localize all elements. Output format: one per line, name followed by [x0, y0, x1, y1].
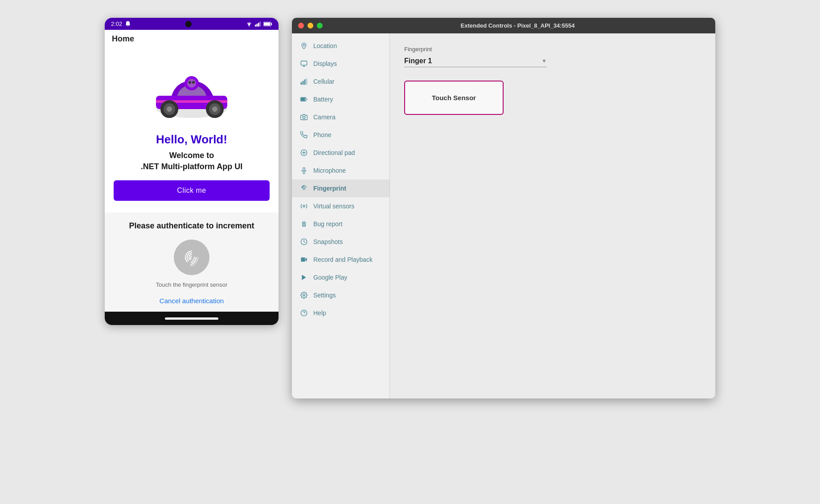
chevron-down-icon: ▼ [541, 58, 547, 64]
svg-rect-25 [303, 81, 304, 85]
sidebar-item-label: Microphone [313, 167, 346, 174]
ext-titlebar: Extended Controls - Pixel_8_API_34:5554 [292, 18, 715, 33]
hello-world-text: Hello, World! [156, 133, 227, 146]
sidebar-item-google-play[interactable]: Google Play [292, 268, 390, 286]
camera-dot [185, 21, 192, 27]
phone-emulator: 2:02 Home [105, 18, 279, 325]
extended-controls-window: Extended Controls - Pixel_8_API_34:5554 … [292, 18, 715, 398]
svg-rect-26 [304, 79, 306, 85]
bug-report-icon [300, 220, 308, 228]
svg-point-22 [303, 44, 304, 45]
svg-point-20 [189, 81, 191, 84]
sidebar-item-label: Fingerprint [313, 185, 346, 192]
sidebar-item-fingerprint[interactable]: Fingerprint [292, 179, 390, 197]
nav-pill [165, 317, 218, 320]
auth-title: Please authenticate to increment [129, 221, 254, 231]
svg-rect-27 [306, 78, 308, 85]
sidebar-item-label: Record and Playback [313, 256, 373, 263]
sidebar-item-location[interactable]: Location [292, 37, 390, 55]
welcome-text: Welcome to .NET Multi-platform App UI [141, 150, 242, 172]
sidebar-item-battery[interactable]: Battery [292, 90, 390, 108]
sidebar-item-label: Settings [313, 292, 336, 299]
fingerprint-field-label: Fingerprint [404, 46, 701, 53]
svg-rect-23 [301, 61, 307, 65]
sidebar-item-microphone[interactable]: Microphone [292, 162, 390, 179]
svg-rect-32 [303, 167, 305, 171]
record-playback-icon [300, 256, 308, 264]
svg-rect-5 [260, 21, 261, 26]
google-play-icon [300, 273, 308, 281]
svg-rect-36 [301, 257, 305, 261]
battery-icon [300, 95, 308, 103]
sidebar-item-label: Virtual sensors [313, 203, 354, 210]
fingerprint-circle [174, 240, 209, 275]
finger-dropdown[interactable]: Finger 1 ▼ [404, 55, 547, 67]
battery-icon [263, 21, 272, 27]
finger-value: Finger 1 [404, 57, 432, 65]
sidebar-item-label: Phone [313, 131, 331, 138]
sidebar-item-snapshots[interactable]: Snapshots [292, 233, 390, 251]
fingerprint-hint: Touch the fingerprint sensor [156, 281, 227, 288]
svg-point-19 [187, 79, 196, 88]
phone-app-content: Hello, World! Welcome to .NET Multi-plat… [105, 48, 279, 205]
sidebar-item-label: Battery [313, 96, 333, 103]
sidebar-item-label: Google Play [313, 274, 347, 281]
directional-pad-icon [300, 149, 308, 157]
location-icon [300, 42, 308, 50]
sidebar-item-help[interactable]: Help [292, 304, 390, 322]
signal-icon [255, 21, 261, 27]
sidebar-item-bug-report[interactable]: Bug report [292, 215, 390, 233]
ext-sidebar: Location Displays Cellular Battery Camer… [292, 33, 390, 398]
ext-main-panel: Fingerprint Finger 1 ▼ Touch Sensor [390, 33, 715, 398]
help-icon [300, 309, 308, 317]
status-time: 2:02 [111, 20, 122, 27]
svg-rect-7 [271, 23, 272, 24]
sidebar-item-cellular[interactable]: Cellular [292, 73, 390, 90]
sidebar-item-camera[interactable]: Camera [292, 108, 390, 126]
sidebar-item-record-playback[interactable]: Record and Playback [292, 251, 390, 268]
click-me-button[interactable]: Click me [114, 180, 270, 201]
svg-point-17 [212, 106, 217, 112]
sidebar-item-settings[interactable]: Settings [292, 286, 390, 304]
sidebar-item-label: Snapshots [313, 238, 343, 245]
svg-point-1 [249, 25, 250, 26]
minimize-button[interactable] [308, 23, 313, 28]
status-icons [246, 21, 272, 27]
svg-rect-8 [264, 22, 270, 25]
camera-icon [300, 113, 308, 121]
close-button[interactable] [298, 23, 304, 28]
sidebar-item-virtual-sensors[interactable]: Virtual sensors [292, 197, 390, 215]
displays-icon [300, 60, 308, 68]
car-illustration [143, 57, 241, 128]
phone-nav-bar [105, 312, 279, 325]
svg-point-33 [303, 205, 305, 207]
ext-window-title: Extended Controls - Pixel_8_API_34:5554 [326, 22, 709, 29]
sidebar-item-label: Bug report [313, 220, 342, 228]
fingerprint-icon [182, 248, 201, 267]
ext-body: Location Displays Cellular Battery Camer… [292, 33, 715, 398]
sidebar-item-directional-pad[interactable]: Directional pad [292, 144, 390, 162]
wifi-icon [246, 21, 253, 27]
sidebar-item-label: Camera [313, 114, 336, 121]
phone-app-title: Home [105, 30, 279, 48]
svg-point-21 [192, 81, 195, 84]
svg-rect-24 [301, 82, 302, 85]
svg-point-30 [303, 116, 305, 118]
cellular-icon [300, 77, 308, 85]
touch-sensor-button[interactable]: Touch Sensor [404, 81, 504, 115]
svg-rect-29 [301, 98, 305, 100]
sidebar-item-label: Directional pad [313, 149, 355, 156]
sidebar-item-label: Location [313, 42, 337, 49]
sidebar-item-phone[interactable]: Phone [292, 126, 390, 144]
microphone-icon [300, 167, 308, 175]
snapshots-icon [300, 238, 308, 246]
svg-rect-2 [255, 24, 256, 26]
sidebar-item-displays[interactable]: Displays [292, 55, 390, 73]
phone-status-bar: 2:02 [105, 18, 279, 30]
maximize-button[interactable] [317, 23, 323, 28]
auth-section: Please authenticate to increment Touch t… [105, 212, 279, 312]
notification-icon [125, 21, 131, 27]
svg-rect-3 [257, 24, 258, 26]
cancel-auth-button[interactable]: Cancel authentication [160, 297, 224, 305]
phone-icon [300, 131, 308, 139]
